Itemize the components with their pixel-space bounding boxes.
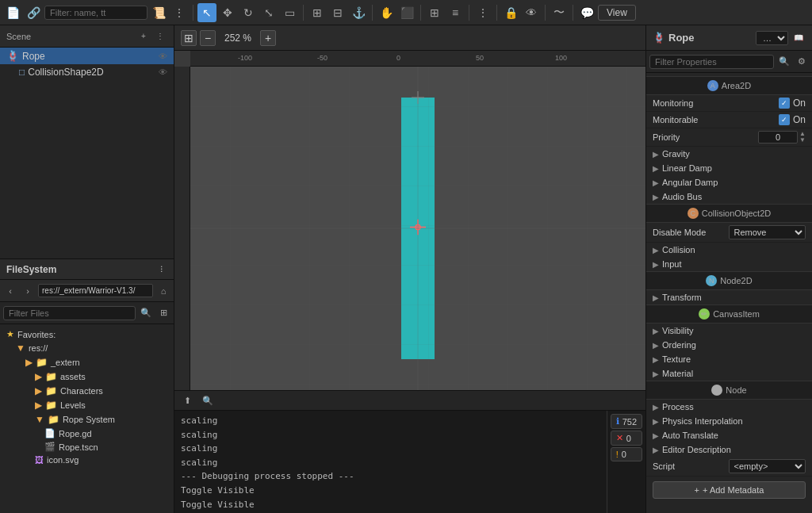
ruler-tick-100: 100 — [555, 54, 567, 62]
tree-item-rope[interactable]: 🪢 Rope 👁 — [0, 48, 174, 64]
filter-script-icon[interactable]: 📜 — [149, 3, 168, 22]
fs-item-levels-label: Levels — [60, 400, 86, 410]
console-expand-icon[interactable]: ⬆ — [178, 391, 197, 410]
monitorable-checkbox[interactable]: ✓ On — [779, 114, 806, 125]
select-tool-icon[interactable]: ↖ — [197, 3, 216, 22]
comment-icon[interactable]: 💬 — [577, 3, 596, 22]
inspector-doc-icon[interactable]: 📖 — [791, 31, 806, 45]
more-tools-icon[interactable]: ⋮ — [473, 3, 492, 22]
zoom-fit-icon[interactable]: ⬛ — [397, 3, 416, 22]
view-button[interactable]: View — [598, 5, 636, 21]
scene-more-icon[interactable]: ⋮ — [153, 29, 167, 44]
hand-tool-icon[interactable]: ✋ — [377, 3, 396, 22]
expand-linear-damp[interactable]: ▶ Linear Damp — [646, 161, 812, 175]
zoom-out-btn[interactable]: − — [200, 30, 216, 46]
section-node: ○ Node — [646, 381, 812, 400]
console-badge-error[interactable]: ✕ 0 — [611, 431, 642, 446]
fs-more-icon[interactable]: ⋮ — [155, 263, 167, 276]
more-options-icon[interactable]: ⋮ — [170, 3, 189, 22]
fs-path-input[interactable] — [38, 284, 153, 297]
console-badge-info[interactable]: ℹ 752 — [611, 414, 642, 429]
scene-add-icon[interactable]: + — [136, 29, 151, 44]
separator-3 — [372, 5, 373, 21]
expand-audio-bus[interactable]: ▶ Audio Bus — [646, 190, 812, 204]
rope-eye-icon[interactable]: 👁 — [159, 52, 167, 61]
expand-angular-damp[interactable]: ▶ Angular Damp — [646, 175, 812, 190]
inspector-filter-input[interactable] — [649, 55, 774, 69]
expand-gravity[interactable]: ▶ Gravity — [646, 147, 812, 161]
script-select[interactable]: <empty> — [729, 459, 806, 473]
move-tool-icon[interactable]: ✥ — [218, 3, 237, 22]
console-badge-warning[interactable]: ! 0 — [611, 447, 642, 461]
expand-process[interactable]: ▶ Process — [646, 400, 812, 414]
fs-item-characters[interactable]: ▶ 📁 Characters — [0, 384, 174, 398]
expand-transform[interactable]: ▶ Transform — [646, 290, 812, 304]
lock-icon[interactable]: 🔒 — [501, 3, 520, 22]
linear-damp-arrow-icon: ▶ — [653, 164, 659, 173]
folder-characters-icon: ▶ — [35, 385, 42, 396]
align-icon[interactable]: ≡ — [446, 3, 465, 22]
expand-ordering[interactable]: ▶ Ordering — [646, 338, 812, 352]
crosshair-center — [410, 220, 426, 238]
fs-item-res[interactable]: ▼ res:// — [0, 341, 174, 355]
fs-filter-icon[interactable]: 🔍 — [139, 306, 153, 320]
zoom-fit-btn[interactable]: ⊞ — [181, 30, 197, 46]
fs-item-rope-gd[interactable]: 📄 Rope.gd — [0, 427, 174, 440]
fs-back-icon[interactable]: ‹ — [3, 284, 17, 298]
monitoring-checkbox[interactable]: ✓ On — [779, 98, 806, 109]
fs-tree: ★ Favorites: ▼ res:// ▶ 📁 _extern ▶ 📁 as… — [0, 324, 174, 513]
console-search-icon[interactable]: 🔍 — [198, 391, 217, 410]
fs-item-levels[interactable]: ▶ 📁 Levels — [0, 398, 174, 412]
priority-input[interactable] — [758, 131, 798, 144]
physics-interp-arrow-icon: ▶ — [653, 417, 659, 426]
expand-visibility[interactable]: ▶ Visibility — [646, 323, 812, 338]
canvas-area[interactable] — [190, 67, 645, 390]
add-metadata-button[interactable]: + + Add Metadata — [653, 481, 806, 499]
fs-item-icon-svg-label: icon.svg — [47, 455, 79, 465]
expand-input[interactable]: ▶ Input — [646, 257, 812, 271]
rect-tool-icon[interactable]: ▭ — [280, 3, 299, 22]
fs-filter-bar: 🔍 ⊞ — [0, 302, 174, 324]
visibility-icon[interactable]: 👁 — [522, 3, 541, 22]
inspector-settings-icon[interactable]: ⚙ — [795, 55, 809, 69]
new-scene-icon[interactable]: 📄 — [3, 3, 22, 22]
fs-forward-icon[interactable]: › — [21, 284, 35, 298]
expand-collision[interactable]: ▶ Collision — [646, 243, 812, 257]
editor-description-label: Editor Description — [662, 445, 731, 454]
layout-icon[interactable]: ⊞ — [425, 3, 444, 22]
snap-icon[interactable]: ⊞ — [308, 3, 327, 22]
inspector-mode-select[interactable]: … — [756, 31, 788, 45]
expand-texture[interactable]: ▶ Texture — [646, 352, 812, 366]
grid-icon[interactable]: ⊟ — [328, 3, 347, 22]
fs-item-assets[interactable]: ▶ 📁 assets — [0, 369, 174, 384]
expand-auto-translate[interactable]: ▶ Auto Translate — [646, 428, 812, 442]
expand-material[interactable]: ▶ Material — [646, 366, 812, 381]
rotate-tool-icon[interactable]: ↻ — [239, 3, 258, 22]
fs-filter-input[interactable] — [3, 306, 136, 320]
collision-eye-icon[interactable]: 👁 — [159, 67, 167, 77]
fs-item-icon-svg[interactable]: 🖼 icon.svg — [0, 454, 174, 466]
expand-editor-description[interactable]: ▶ Editor Description — [646, 442, 812, 457]
audio-bus-label: Audio Bus — [662, 192, 702, 201]
fs-item-rope-system[interactable]: ▼ 📁 Rope System — [0, 412, 174, 427]
filter-input[interactable] — [44, 6, 147, 20]
filter-search-icon[interactable]: 🔍 — [777, 55, 791, 69]
tree-item-collisionshape2d[interactable]: □ CollisionShape2D 👁 — [0, 64, 174, 80]
fs-layout-icon[interactable]: ⊞ — [156, 306, 170, 320]
signal-icon[interactable]: 〜 — [550, 3, 569, 22]
fs-item-extern[interactable]: ▶ 📁 _extern — [0, 355, 174, 369]
viewport[interactable]: -100 -50 0 50 100 — [174, 51, 645, 390]
link-icon[interactable]: 🔗 — [24, 3, 43, 22]
fs-item-rope-tscn[interactable]: 🎬 Rope.tscn — [0, 440, 174, 454]
fs-title: FileSystem — [6, 264, 56, 275]
expand-physics-interpolation[interactable]: ▶ Physics Interpolation — [646, 414, 812, 428]
priority-down[interactable]: ▼ — [799, 137, 806, 144]
disable-mode-select[interactable]: Remove — [729, 225, 806, 239]
fs-home-icon[interactable]: ⌂ — [156, 284, 170, 298]
scene-tree: Scene + ⋮ 🪢 Rope 👁 □ CollisionShape2D 👁 — [0, 25, 174, 259]
anchor-icon[interactable]: ⚓ — [349, 3, 368, 22]
error-icon: ✕ — [616, 433, 623, 443]
process-label: Process — [662, 402, 694, 412]
scale-tool-icon[interactable]: ⤡ — [259, 3, 278, 22]
zoom-in-btn[interactable]: + — [260, 30, 276, 46]
